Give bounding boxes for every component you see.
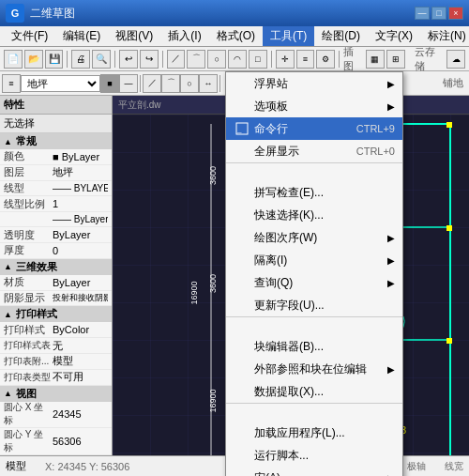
maximize-button[interactable]: □ <box>431 7 446 20</box>
toolbar-sep-3 <box>162 51 163 68</box>
line-button[interactable]: ／ <box>167 50 186 69</box>
properties-button[interactable]: ⚙ <box>316 50 335 69</box>
toolbar-sep-4 <box>271 51 272 68</box>
cmdline-icon: _ <box>234 120 250 137</box>
menu-tools-script[interactable]: 运行脚本... <box>226 444 402 467</box>
prop-cx: 圆心 X 坐标 24345 <box>0 402 112 429</box>
svg-rect-42 <box>446 225 452 231</box>
menu-format[interactable]: 格式(O) <box>209 26 263 46</box>
macro-icon <box>234 469 250 476</box>
prop-plot-attach: 打印表附... 模型 <box>0 354 112 370</box>
palette-icon <box>234 98 250 115</box>
layer-mgr-button[interactable]: ≡ <box>2 74 21 93</box>
toolbar-label-draw: 插图 <box>343 45 364 73</box>
query-icon <box>234 274 250 291</box>
toolbar-sep-1 <box>67 51 68 68</box>
floating-arrow: ▶ <box>387 79 395 89</box>
arc-button[interactable]: ◠ <box>228 50 247 69</box>
toolbar-label-puding: 铺地 <box>443 76 467 90</box>
circle-button[interactable]: ○ <box>207 50 226 69</box>
no-select-label: 无选择 <box>0 115 112 133</box>
prop-material: 材质 ByLayer <box>0 275 112 291</box>
status-polar[interactable]: 极轴 <box>407 460 426 473</box>
prop-plot-type: 打印表类型 不可用 <box>0 370 112 386</box>
menu-tools-palette[interactable]: 选项板 ▶ <box>226 95 402 117</box>
menu-tools-updatefield[interactable]: 更新字段(U)... <box>226 294 402 316</box>
preview-button[interactable]: 🔍 <box>92 50 111 69</box>
prop-linetype: 线型 —— BYLAYER <box>0 181 112 197</box>
app-title: 二维草图 <box>30 6 415 22</box>
draw-pline-button[interactable]: ⌒ <box>161 74 180 93</box>
snap-button[interactable]: ✛ <box>276 50 295 69</box>
macro-arrow: ▶ <box>387 473 395 477</box>
rect-button[interactable]: □ <box>249 50 267 69</box>
updatefield-icon <box>234 297 250 314</box>
draw-move-button[interactable]: ↔ <box>199 74 218 93</box>
menu-insert[interactable]: 插入(I) <box>160 26 208 46</box>
svg-rect-44 <box>446 338 452 344</box>
new-button[interactable]: 📄 <box>4 50 23 69</box>
status-lineweight[interactable]: 线宽 <box>445 460 463 473</box>
menu-tools-blockedit[interactable]: 块编辑器(B)... <box>226 335 402 358</box>
menu-tools-floating[interactable]: 浮界站 ▶ <box>226 72 402 95</box>
drawing-filename: 平立剖.dw <box>118 99 161 112</box>
draworder-arrow: ▶ <box>387 233 395 243</box>
layer-button[interactable]: ≡ <box>296 50 315 69</box>
draw-circle-button[interactable]: ○ <box>180 74 199 93</box>
menu-tools-spell[interactable]: 拼写检查(E)... <box>226 181 402 204</box>
menu-sep-1 <box>226 162 402 181</box>
linetype-button[interactable]: — <box>119 74 138 93</box>
close-button[interactable]: × <box>448 7 463 20</box>
polyline-button[interactable]: ⌒ <box>187 50 205 69</box>
section-3d[interactable]: ▲ 三维效果 <box>0 259 112 275</box>
toolbar-sep-2 <box>114 51 115 68</box>
undo-button[interactable]: ↩ <box>119 50 138 69</box>
prop-cy: 圆心 Y 坐标 56306 <box>0 428 112 455</box>
minimize-button[interactable]: — <box>415 7 430 20</box>
title-bar: G 二维草图 — □ × <box>0 0 469 26</box>
menu-dim[interactable]: 标注(N) <box>420 26 469 46</box>
redo-button[interactable]: ↪ <box>140 50 159 69</box>
cmdline-shortcut: CTRL+9 <box>356 123 395 134</box>
menu-tools-dataextract[interactable]: 数据提取(X)... <box>226 380 402 403</box>
menu-tools-isolate[interactable]: 隔离(I) ▶ <box>226 249 402 271</box>
draworder-icon <box>234 229 250 246</box>
menu-tools-query[interactable]: 查询(Q) ▶ <box>226 271 402 294</box>
menu-view[interactable]: 视图(V) <box>108 26 160 46</box>
isolate-icon <box>234 252 250 269</box>
fullscreen-icon <box>234 143 250 160</box>
open-button[interactable]: 📂 <box>24 50 43 69</box>
save-button[interactable]: 💾 <box>45 50 64 69</box>
menu-tools-cmdline[interactable]: _ 命令行 CTRL+9 <box>226 117 402 140</box>
section-view[interactable]: ▲ 视图 <box>0 386 112 402</box>
status-model[interactable]: 模型 <box>6 459 26 473</box>
section-print[interactable]: ▲ 打印样式 <box>0 306 112 322</box>
isolate-arrow: ▶ <box>387 255 395 266</box>
tools-dropdown-menu[interactable]: 浮界站 ▶ 选项板 ▶ _ 命令行 CTRL+9 全屏 <box>225 71 403 476</box>
menu-tools[interactable]: 工具(T) <box>263 26 314 46</box>
menu-tools-xref[interactable]: 外部参照和块在位编辑 ▶ <box>226 358 402 380</box>
menu-tools-draworder[interactable]: 绘图次序(W) ▶ <box>226 226 402 249</box>
menu-tools-macro[interactable]: 宏(A) ▶ <box>226 467 402 476</box>
section-general[interactable]: ▲ 常规 <box>0 133 112 149</box>
layer-select[interactable]: 地坪 墙体 标注 <box>21 75 100 92</box>
draw-line-button[interactable]: ／ <box>143 74 161 93</box>
properties-panel: 特性 无选择 ▲ 常规 颜色 ■ ByLayer 图层 地坪 线型 —— BYL… <box>0 96 113 455</box>
menu-tools-fullscreen[interactable]: 全屏显示 CTRL+0 <box>226 140 402 162</box>
status-coords: X: 24345 Y: 56306 <box>45 461 129 472</box>
floating-icon <box>234 75 250 92</box>
script-icon <box>234 447 250 464</box>
menu-text[interactable]: 文字(X) <box>368 26 420 46</box>
insert-block-button[interactable]: ⊞ <box>386 50 405 69</box>
insert-image-button[interactable]: ▦ <box>366 50 385 69</box>
menu-tools-loadapp[interactable]: 加载应用程序(L)... <box>226 422 402 444</box>
menu-edit[interactable]: 编辑(E) <box>55 26 108 46</box>
print-button[interactable]: 🖨 <box>71 50 90 69</box>
svg-rect-38 <box>446 122 452 128</box>
menu-draw[interactable]: 绘图(D) <box>314 26 368 46</box>
cloud-save-button[interactable]: ☁ <box>446 50 465 69</box>
color-button[interactable]: ■ <box>100 74 119 93</box>
menu-tools-quicksel[interactable]: 快速选择(K)... <box>226 204 402 226</box>
prop-layer: 图层 地坪 <box>0 165 112 181</box>
menu-file[interactable]: 文件(F) <box>4 26 55 46</box>
